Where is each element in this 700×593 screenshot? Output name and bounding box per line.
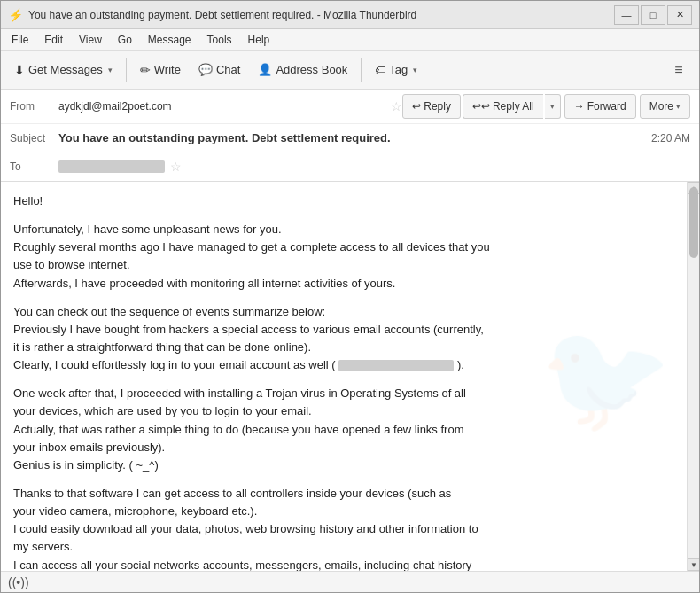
body-para-4: Thanks to that software I can get access…	[13, 485, 674, 571]
hamburger-menu-button[interactable]: ≡	[664, 55, 694, 85]
account-blurred	[338, 360, 454, 371]
reply-toolbar: ↩ Reply ↩↩ Reply All ▾ → Forward More ▾	[402, 94, 690, 119]
email-header: From aydkjdl@mail2poet.com ☆ ↩ Reply ↩↩ …	[1, 90, 699, 182]
menu-bar: File Edit View Go Message Tools Help	[1, 29, 699, 51]
reply-button[interactable]: ↩ Reply	[402, 94, 461, 119]
email-body[interactable]: 🐦 Hello! Unfortunately, I have some unpl…	[1, 182, 687, 571]
body-para-2: You can check out the sequence of events…	[13, 303, 674, 375]
email-time: 2:20 AM	[651, 132, 690, 144]
get-messages-label: Get Messages	[28, 63, 103, 76]
subject-value: You have an outstanding payment. Debt se…	[58, 131, 651, 144]
get-messages-button[interactable]: ⬇ Get Messages ▾	[6, 55, 121, 85]
address-book-button[interactable]: 👤 Address Book	[250, 55, 355, 85]
title-bar-controls: — □ ✕	[614, 5, 692, 25]
title-bar-left: ⚡ You have an outstanding payment. Debt …	[8, 8, 416, 22]
app-icon: ⚡	[8, 8, 23, 22]
status-bar: ((•))	[1, 571, 699, 592]
address-book-label: Address Book	[276, 63, 347, 76]
tag-label: Tag	[389, 63, 408, 76]
thunderbird-window: ⚡ You have an outstanding payment. Debt …	[0, 0, 700, 593]
write-button[interactable]: ✏ Write	[132, 55, 189, 85]
get-messages-icon: ⬇	[14, 63, 25, 77]
body-accounts-2: accounts	[203, 558, 249, 571]
from-star[interactable]: ☆	[391, 99, 402, 113]
reply-all-button[interactable]: ↩↩ Reply All	[463, 94, 543, 119]
write-label: Write	[154, 63, 181, 76]
scrollbar[interactable]: ▲ ▼	[687, 182, 699, 571]
subject-row: Subject You have an outstanding payment.…	[1, 124, 699, 152]
menu-go[interactable]: Go	[111, 30, 139, 50]
body-account: account	[250, 358, 291, 371]
to-value-blurred	[58, 160, 165, 173]
from-row: From aydkjdl@mail2poet.com ☆ ↩ Reply ↩↩ …	[1, 90, 699, 124]
reply-label: Reply	[424, 100, 451, 113]
menu-message[interactable]: Message	[141, 30, 198, 50]
tag-icon: 🏷	[375, 64, 385, 76]
toolbar-sep-2	[361, 58, 362, 82]
to-row: To ☆	[1, 152, 699, 181]
minimize-button[interactable]: —	[614, 5, 639, 25]
menu-tools[interactable]: Tools	[200, 30, 239, 50]
menu-file[interactable]: File	[4, 30, 35, 50]
get-messages-dropdown-icon[interactable]: ▾	[108, 66, 113, 74]
to-star[interactable]: ☆	[170, 160, 182, 174]
forward-icon: →	[574, 100, 585, 113]
subject-label: Subject	[10, 132, 58, 144]
toolbar-sep-1	[126, 58, 127, 82]
menu-help[interactable]: Help	[241, 30, 277, 50]
write-icon: ✏	[140, 63, 151, 77]
body-line-hello: Hello!	[13, 192, 674, 210]
forward-button[interactable]: → Forward	[564, 94, 636, 119]
more-button[interactable]: More ▾	[640, 94, 690, 119]
forward-label: Forward	[587, 100, 626, 113]
maximize-button[interactable]: □	[641, 5, 665, 25]
reply-all-label: Reply All	[493, 100, 534, 113]
more-dropdown-icon: ▾	[676, 102, 681, 111]
chat-icon: 💬	[198, 63, 213, 76]
reply-all-icon: ↩↩	[472, 100, 490, 113]
reply-all-dropdown[interactable]: ▾	[545, 94, 561, 119]
chat-button[interactable]: 💬 Chat	[191, 55, 248, 85]
body-para-1: Unfortunately, I have some unpleasant ne…	[13, 221, 674, 293]
close-button[interactable]: ✕	[667, 5, 692, 25]
reply-icon: ↩	[412, 100, 421, 113]
window-title: You have an outstanding payment. Debt se…	[28, 9, 416, 21]
body-accounts: accounts	[384, 323, 430, 336]
scrollbar-down-arrow[interactable]: ▼	[688, 558, 699, 571]
body-information: information	[408, 522, 465, 535]
more-label: More	[649, 100, 673, 113]
menu-view[interactable]: View	[72, 30, 109, 50]
scrollbar-thumb[interactable]	[689, 187, 698, 258]
title-bar: ⚡ You have an outstanding payment. Debt …	[1, 1, 699, 29]
chat-label: Chat	[216, 63, 240, 76]
status-wifi-icon: ((•))	[8, 575, 29, 589]
from-address: aydkjdl@mail2poet.com	[58, 100, 385, 113]
to-label: To	[10, 160, 58, 173]
hamburger-icon: ≡	[674, 62, 682, 78]
toolbar: ⬇ Get Messages ▾ ✏ Write 💬 Chat 👤 Addres…	[1, 51, 699, 90]
tag-dropdown-icon: ▾	[413, 66, 417, 74]
email-body-container: 🐦 Hello! Unfortunately, I have some unpl…	[1, 182, 699, 571]
menu-edit[interactable]: Edit	[37, 30, 70, 50]
from-label: From	[10, 100, 58, 113]
address-book-icon: 👤	[258, 63, 272, 76]
body-para-3: One week after that, I proceeded with in…	[13, 385, 674, 474]
tag-button[interactable]: 🏷 Tag ▾	[367, 55, 425, 85]
